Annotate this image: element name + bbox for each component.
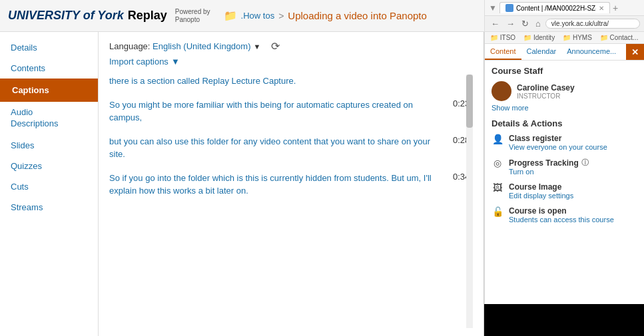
staff-role: INSTRUCTOR bbox=[517, 92, 575, 100]
sidebar-item-streams[interactable]: Streams bbox=[0, 197, 98, 218]
class-register-details: Class register View everyone on your cou… bbox=[509, 134, 607, 151]
course-image-details: Course Image Edit display settings bbox=[509, 182, 573, 200]
panel-content: Course Staff Caroline Casey INSTRUCTOR S… bbox=[485, 61, 644, 291]
breadcrumb-separator: > bbox=[278, 11, 284, 21]
main-layout: Details Contents Captions AudioDescripti… bbox=[0, 32, 644, 336]
course-image-title: Course Image bbox=[509, 182, 573, 192]
language-label: Language: English (United Kingdom) bbox=[109, 41, 250, 51]
progress-tracking-link[interactable]: Turn on bbox=[509, 168, 589, 176]
overlay-browser-panel: ▼ Content | /MAN00022H-SZ-A| ✕ + ← → ↻ ⌂… bbox=[484, 0, 644, 304]
university-logo: UNIVERSITY of York bbox=[8, 9, 124, 23]
header-logo: UNIVERSITY of York Replay Powered by Pan… bbox=[8, 8, 210, 24]
staff-name: Caroline Casey bbox=[517, 83, 575, 92]
import-captions-button[interactable]: Import captions ▼ bbox=[109, 57, 473, 67]
class-register-title: Class register bbox=[509, 134, 607, 143]
course-image-link[interactable]: Edit display settings bbox=[509, 192, 573, 200]
course-open-title: Course is open bbox=[509, 206, 614, 216]
caption-text-4[interactable]: So if you go into the folder which is th… bbox=[109, 172, 445, 198]
bookmark-itso[interactable]: 📁 ITSO bbox=[487, 33, 518, 42]
caption-item-2: So you might be more familiar with this … bbox=[109, 98, 473, 124]
bookmarks-bar: 📁 ITSO 📁 Identity 📁 HYMS 📁 Contact... bbox=[485, 32, 644, 44]
tab-calendar[interactable]: Calendar bbox=[521, 44, 562, 60]
sidebar-item-contents[interactable]: Contents bbox=[0, 58, 98, 79]
new-tab-icon[interactable]: + bbox=[613, 3, 618, 13]
sidebar: Details Contents Captions AudioDescripti… bbox=[0, 32, 99, 336]
sidebar-item-slides[interactable]: Slides bbox=[0, 135, 98, 156]
class-register-icon: 👤 bbox=[491, 134, 503, 144]
course-open-details: Course is open Students can access this … bbox=[509, 206, 614, 224]
action-class-register: 👤 Class register View everyone on your c… bbox=[491, 134, 637, 151]
scrollbar-thumb[interactable] bbox=[466, 75, 473, 128]
scrollbar-track[interactable] bbox=[466, 75, 473, 328]
course-open-link[interactable]: Students can access this course bbox=[509, 216, 614, 224]
folder-icon: 📁 bbox=[224, 9, 237, 22]
captions-list: there is a section called Replay Lecture… bbox=[109, 75, 473, 328]
caption-item-3: but you can also use this folder for any… bbox=[109, 135, 473, 161]
course-image-icon: 🖼 bbox=[491, 182, 503, 193]
progress-tracking-title-row: Progress Tracking ⓘ bbox=[509, 158, 589, 168]
sidebar-item-captions[interactable]: Captions bbox=[0, 79, 98, 102]
refresh-button[interactable]: ↻ bbox=[519, 18, 531, 29]
caption-text-3[interactable]: but you can also use this folder for any… bbox=[109, 135, 445, 161]
show-more-link[interactable]: Show more bbox=[491, 104, 637, 112]
caption-text-2[interactable]: So you might be more familiar with this … bbox=[109, 98, 445, 124]
info-icon[interactable]: ⓘ bbox=[581, 158, 589, 168]
bookmark-identity[interactable]: 📁 Identity bbox=[521, 33, 557, 42]
staff-info: Caroline Casey INSTRUCTOR bbox=[517, 83, 575, 100]
progress-tracking-title: Progress Tracking bbox=[509, 158, 579, 168]
forward-button[interactable]: → bbox=[504, 18, 517, 29]
language-selector[interactable]: Language: English (United Kingdom) ▼ bbox=[109, 41, 260, 51]
breadcrumb: 📁 .How tos > Uploading a video into Pano… bbox=[224, 9, 427, 22]
progress-tracking-icon: ◎ bbox=[491, 158, 503, 168]
caption-item-1: there is a section called Replay Lecture… bbox=[109, 75, 473, 88]
sidebar-item-details[interactable]: Details bbox=[0, 37, 98, 58]
back-button[interactable]: ← bbox=[489, 18, 501, 29]
browser-bar: ▼ Content | /MAN00022H-SZ-A| ✕ + bbox=[485, 0, 644, 16]
nav-bar: ← → ↻ ⌂ vle.york.ac.uk/ultra/ bbox=[485, 16, 644, 32]
url-bar[interactable]: vle.york.ac.uk/ultra/ bbox=[545, 19, 640, 29]
language-value: English (United Kingdom) bbox=[153, 41, 250, 51]
bookmark-contact[interactable]: 📁 Contact... bbox=[597, 33, 641, 42]
details-actions-title: Details & Actions bbox=[491, 118, 637, 128]
replay-logo: Replay bbox=[128, 9, 167, 23]
browser-tab[interactable]: Content | /MAN00022H-SZ-A| ✕ bbox=[499, 2, 610, 13]
action-course-open: 🔓 Course is open Students can access thi… bbox=[491, 206, 637, 224]
powered-by-text: Powered by Panopto bbox=[175, 8, 210, 24]
breadcrumb-how-tos[interactable]: .How tos bbox=[241, 11, 275, 21]
import-captions-label: Import captions bbox=[109, 57, 168, 67]
home-button[interactable]: ⌂ bbox=[533, 18, 543, 29]
staff-item: Caroline Casey INSTRUCTOR bbox=[491, 81, 637, 101]
breadcrumb-title: Uploading a video into Panopto bbox=[288, 10, 427, 21]
course-staff-title: Course Staff bbox=[491, 66, 637, 76]
course-open-icon: 🔓 bbox=[491, 206, 503, 217]
browser-tab-label: Content | /MAN00022H-SZ-A| bbox=[516, 5, 596, 12]
class-register-link[interactable]: View everyone on your course bbox=[509, 143, 607, 151]
caption-text-1[interactable]: there is a section called Replay Lecture… bbox=[109, 75, 445, 88]
overlay-close-button[interactable]: ✕ bbox=[626, 44, 644, 60]
progress-tracking-details: Progress Tracking ⓘ Turn on bbox=[509, 158, 589, 176]
dropdown-icon[interactable]: ▼ bbox=[489, 3, 497, 13]
action-course-image: 🖼 Course Image Edit display settings bbox=[491, 182, 637, 200]
import-dropdown-arrow: ▼ bbox=[171, 57, 180, 67]
staff-avatar bbox=[491, 81, 511, 101]
refresh-icon[interactable]: ⟳ bbox=[271, 40, 280, 53]
tab-content[interactable]: Content bbox=[485, 44, 521, 60]
content-area: Language: English (United Kingdom) ▼ ⟳ I… bbox=[99, 32, 484, 336]
language-row: Language: English (United Kingdom) ▼ ⟳ bbox=[109, 40, 473, 53]
sidebar-item-audio-descriptions[interactable]: AudioDescriptions bbox=[0, 102, 98, 135]
course-tabs: Content Calendar Announceme... ✕ bbox=[485, 44, 644, 61]
tab-announcements[interactable]: Announceme... bbox=[561, 44, 621, 60]
sidebar-item-cuts[interactable]: Cuts bbox=[0, 176, 98, 197]
bookmark-hyms[interactable]: 📁 HYMS bbox=[560, 33, 595, 42]
action-progress-tracking: ◎ Progress Tracking ⓘ Turn on bbox=[491, 158, 637, 176]
details-actions-section: Details & Actions 👤 Class register View … bbox=[491, 118, 637, 224]
sidebar-item-quizzes[interactable]: Quizzes bbox=[0, 156, 98, 176]
browser-tab-close-icon[interactable]: ✕ bbox=[599, 5, 604, 12]
language-dropdown-arrow[interactable]: ▼ bbox=[253, 43, 260, 51]
caption-item-4: So if you go into the folder which is th… bbox=[109, 172, 473, 198]
